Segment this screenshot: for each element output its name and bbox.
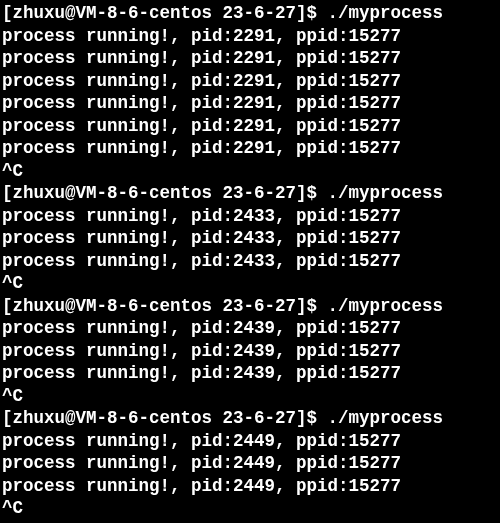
interrupt-line: ^C bbox=[2, 160, 498, 183]
process-output-line: process running!, pid:2449, ppid:15277 bbox=[2, 452, 498, 475]
terminal-output: [zhuxu@VM-8-6-centos 23-6-27]$ ./myproce… bbox=[0, 0, 500, 522]
process-output-line: process running!, pid:2291, ppid:15277 bbox=[2, 25, 498, 48]
process-output-line: process running!, pid:2439, ppid:15277 bbox=[2, 317, 498, 340]
process-output-line: process running!, pid:2433, ppid:15277 bbox=[2, 250, 498, 273]
prompt-line: [zhuxu@VM-8-6-centos 23-6-27]$ ./myproce… bbox=[2, 407, 498, 430]
process-output-line: process running!, pid:2291, ppid:15277 bbox=[2, 47, 498, 70]
process-output-line: process running!, pid:2449, ppid:15277 bbox=[2, 430, 498, 453]
prompt-line: [zhuxu@VM-8-6-centos 23-6-27]$ ./myproce… bbox=[2, 295, 498, 318]
process-output-line: process running!, pid:2439, ppid:15277 bbox=[2, 362, 498, 385]
process-output-line: process running!, pid:2291, ppid:15277 bbox=[2, 70, 498, 93]
interrupt-line: ^C bbox=[2, 272, 498, 295]
process-output-line: process running!, pid:2449, ppid:15277 bbox=[2, 475, 498, 498]
process-output-line: process running!, pid:2433, ppid:15277 bbox=[2, 227, 498, 250]
process-output-line: process running!, pid:2433, ppid:15277 bbox=[2, 205, 498, 228]
prompt-line: [zhuxu@VM-8-6-centos 23-6-27]$ ./myproce… bbox=[2, 2, 498, 25]
process-output-line: process running!, pid:2291, ppid:15277 bbox=[2, 115, 498, 138]
process-output-line: process running!, pid:2439, ppid:15277 bbox=[2, 340, 498, 363]
process-output-line: process running!, pid:2291, ppid:15277 bbox=[2, 137, 498, 160]
interrupt-line: ^C bbox=[2, 497, 498, 520]
interrupt-line: ^C bbox=[2, 385, 498, 408]
prompt-line: [zhuxu@VM-8-6-centos 23-6-27]$ ./myproce… bbox=[2, 182, 498, 205]
process-output-line: process running!, pid:2291, ppid:15277 bbox=[2, 92, 498, 115]
